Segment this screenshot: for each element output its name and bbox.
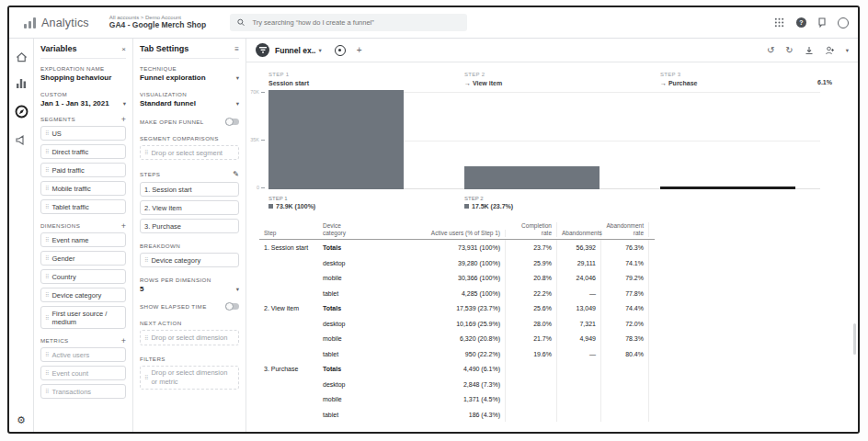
- account-switcher[interactable]: All accounts > Demo Account GA4 - Google…: [109, 15, 206, 30]
- cell-abandonment-rate: 79.2%: [601, 270, 649, 286]
- cell-abandonment-rate: [601, 391, 649, 407]
- dimension-chip[interactable]: ⠿ Device category: [40, 288, 126, 302]
- y-axis-tick: 0: [246, 185, 265, 190]
- home-icon[interactable]: [16, 51, 28, 62]
- cell-users: 10,169 (25.9%): [368, 316, 506, 332]
- add-segment-button[interactable]: +: [121, 117, 126, 122]
- apps-grid-icon[interactable]: [774, 17, 784, 28]
- dimension-label: Country: [51, 273, 75, 281]
- table-row[interactable]: mobile 30,366 (100%) 20.8% 24,046 79.2%: [259, 270, 655, 286]
- rows-per-dimension-dropdown[interactable]: 5 ▾: [140, 285, 239, 293]
- segment-label: Mobile traffic: [51, 185, 90, 193]
- funnel-bar[interactable]: [464, 166, 600, 189]
- table-row[interactable]: mobile 6,320 (20.8%) 21.7% 4,949 78.3%: [259, 331, 655, 346]
- column-header: Device category: [318, 222, 368, 237]
- column-header: Abandonments: [557, 230, 601, 237]
- breakdown-chip[interactable]: ⠿ Device category: [140, 253, 239, 267]
- segment-chip[interactable]: ⠿ Mobile traffic: [40, 181, 126, 196]
- open-funnel-toggle[interactable]: [225, 119, 239, 125]
- table-row[interactable]: tablet 950 (22.2%) 19.6% — 80.4%: [259, 346, 655, 362]
- dimension-label: Event name: [51, 236, 88, 244]
- metric-chip[interactable]: ⠿ Transactions: [40, 384, 126, 399]
- funnel-bar[interactable]: [660, 187, 795, 189]
- filters-drop-text: Drop or select dimension or metric: [151, 368, 234, 386]
- funnel-bar[interactable]: [268, 90, 404, 189]
- date-range-picker[interactable]: Jan 1 - Jan 31, 2021 ▾: [40, 99, 126, 107]
- cell-users: 17,539 (23.7%): [368, 300, 506, 316]
- table-row[interactable]: 2. View item Totals 17,539 (23.7%) 25.6%…: [259, 300, 655, 316]
- segment-chip[interactable]: ⠿ US: [40, 126, 126, 141]
- cell-abandonments: [557, 377, 601, 392]
- table-row[interactable]: desktop 39,280 (100%) 25.9% 29,111 74.1%: [259, 255, 655, 271]
- drag-dots-icon: ⠿: [45, 255, 49, 261]
- scrollbar-thumb[interactable]: [853, 323, 856, 355]
- segment-chip[interactable]: ⠿ Direct traffic: [40, 144, 126, 159]
- segment-drop-target[interactable]: ⠿ Drop or select segment: [140, 145, 239, 160]
- table-row[interactable]: 1. Session start Totals 73,931 (100%) 23…: [259, 240, 655, 255]
- dimension-chip[interactable]: ⠿ Gender: [40, 251, 126, 266]
- explore-icon-active[interactable]: [15, 105, 29, 119]
- dimension-chip[interactable]: ⠿ First user source / medium: [40, 306, 126, 329]
- add-tab-button[interactable]: +: [357, 45, 362, 55]
- share-caret-icon[interactable]: ▾: [846, 47, 849, 54]
- cell-abandonment-rate: 80.4%: [601, 346, 649, 362]
- admin-gear-icon[interactable]: ⚙: [9, 414, 33, 426]
- drag-dots-icon: ⠿: [45, 352, 49, 357]
- avatar[interactable]: [838, 17, 849, 28]
- help-icon[interactable]: ?: [796, 17, 806, 28]
- tab-caret-icon[interactable]: ▾: [318, 47, 321, 54]
- advertising-icon[interactable]: [16, 134, 27, 145]
- metric-chip[interactable]: ⠿ Active users: [40, 347, 126, 362]
- segments-label: SEGMENTS: [40, 116, 75, 122]
- dimension-chip[interactable]: ⠿ Country: [40, 269, 126, 284]
- undo-icon[interactable]: ↺: [767, 45, 774, 55]
- next-action-drop-target[interactable]: ⠿ Drop or select dimension: [140, 330, 239, 345]
- share-icon[interactable]: [825, 46, 835, 55]
- table-row[interactable]: 3. Purchase Totals 4,490 (6.1%): [259, 361, 655, 377]
- dimension-label: Gender: [51, 254, 74, 263]
- step-header-index: STEP 1: [268, 72, 464, 79]
- table-row[interactable]: desktop 10,169 (25.9%) 28.0% 7,321 72.0%: [259, 316, 655, 332]
- table-row[interactable]: mobile 1,371 (4.5%): [259, 391, 655, 407]
- table-row[interactable]: desktop 2,848 (7.3%): [259, 377, 655, 392]
- edit-steps-icon[interactable]: ✎: [233, 170, 239, 178]
- breakdown-value: Device category: [151, 256, 200, 265]
- cell-abandonments: —: [557, 346, 601, 362]
- add-dimension-button[interactable]: +: [121, 223, 126, 229]
- metric-chip[interactable]: ⠿ Event count: [40, 366, 126, 380]
- funnel-tab-icon[interactable]: [256, 43, 269, 57]
- search-bar[interactable]: [230, 14, 467, 31]
- drag-dots-icon: ⠿: [45, 237, 49, 243]
- cell-completion-rate: 25.9%: [506, 255, 557, 271]
- exploration-name-value[interactable]: Shopping behaviour: [40, 74, 126, 82]
- menu-icon[interactable]: ≡: [234, 45, 239, 53]
- drag-dots-icon: ⠿: [144, 335, 148, 341]
- download-icon[interactable]: [805, 46, 814, 55]
- step-chip[interactable]: 2. View item: [140, 200, 239, 215]
- filters-drop-target[interactable]: ⠿ Drop or select dimension or metric: [140, 366, 239, 390]
- close-icon[interactable]: ×: [121, 45, 126, 53]
- table-row[interactable]: tablet 4,285 (100%) 22.2% — 77.8%: [259, 286, 655, 301]
- add-metric-button[interactable]: +: [121, 338, 126, 344]
- segment-chip[interactable]: ⠿ Paid traffic: [40, 163, 126, 177]
- visualization-dropdown[interactable]: Standard funnel ▾: [140, 99, 239, 107]
- chevron-down-icon: ▾: [123, 100, 126, 107]
- secondary-tab-icon[interactable]: [335, 45, 346, 56]
- segment-chip[interactable]: ⠿ Tablet traffic: [40, 199, 126, 214]
- table-row[interactable]: tablet 186 (4.3%): [259, 407, 655, 423]
- dimension-chip[interactable]: ⠿ Event name: [40, 232, 126, 247]
- step-chip[interactable]: 1. Session start: [140, 182, 239, 197]
- drag-dots-icon: ⠿: [45, 149, 49, 154]
- step-chip[interactable]: 3. Purchase: [140, 219, 239, 233]
- chevron-down-icon: ▾: [236, 100, 239, 107]
- elapsed-time-toggle[interactable]: [225, 303, 239, 310]
- reports-icon[interactable]: [16, 78, 27, 89]
- search-input[interactable]: [250, 17, 460, 28]
- drag-dots-icon: ⠿: [45, 370, 49, 376]
- technique-dropdown[interactable]: Funnel exploration ▾: [140, 74, 239, 82]
- bar-label-value: 73.9K (100%): [276, 202, 315, 210]
- feedback-icon[interactable]: [818, 17, 826, 28]
- analytics-logo-icon[interactable]: [24, 17, 36, 28]
- redo-icon[interactable]: ↻: [785, 45, 793, 55]
- tab-label[interactable]: Funnel ex..: [275, 46, 315, 55]
